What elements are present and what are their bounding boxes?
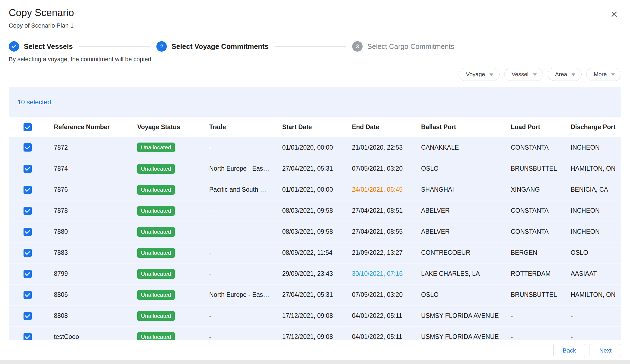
stepper-connector <box>79 46 150 47</box>
select-all-cell <box>9 117 54 137</box>
cell-voyage-status: Unallocated <box>137 158 209 179</box>
step-label: Select Voyage Commitments <box>171 42 269 51</box>
col-ballast-port: Ballast Port <box>421 117 511 137</box>
filter-label: More <box>594 71 607 78</box>
row-checkbox-cell <box>9 326 54 340</box>
step-label: Select Vessels <box>24 42 73 51</box>
select-all-checkbox[interactable] <box>24 123 32 131</box>
step-label: Select Cargo Commitments <box>367 42 454 51</box>
cell-end-date: 07/05/2021, 03:20 <box>352 284 421 305</box>
table-header-row: Reference Number Voyage Status Trade Sta… <box>9 117 621 137</box>
cell-ballast-port: ABELVER <box>421 221 511 242</box>
cell-trade: - <box>209 137 282 158</box>
row-checkbox[interactable] <box>24 228 32 236</box>
step-select-vessels[interactable]: Select Vessels <box>9 41 73 52</box>
table-row[interactable]: 7876UnallocatedPacific and South …01/01/… <box>9 179 621 200</box>
table-row[interactable]: 7874UnallocatedNorth Europe - Eas…27/04/… <box>9 158 621 179</box>
cell-reference-number: 7878 <box>54 200 137 221</box>
step-2-indicator: 2 <box>156 41 167 52</box>
stepper: Select Vessels 2 Select Voyage Commitmen… <box>0 41 630 52</box>
stepper-connector <box>275 46 346 47</box>
cell-reference-number: 7883 <box>54 242 137 263</box>
status-badge: Unallocated <box>137 248 175 258</box>
cell-ballast-port: SHANGHAI <box>421 179 511 200</box>
cell-discharge-port: BENICIA, CA <box>571 179 621 200</box>
cell-reference-number: 7880 <box>54 221 137 242</box>
cell-load-port: BRUNSBUTTEL <box>511 158 571 179</box>
cell-voyage-status: Unallocated <box>137 284 209 305</box>
table-row[interactable]: 7883Unallocated-08/09/2022, 11:5421/09/2… <box>9 242 621 263</box>
table-row[interactable]: testCoooUnallocated-17/12/2021, 09:0804/… <box>9 326 621 340</box>
cell-start-date: 27/04/2021, 05:31 <box>282 284 352 305</box>
cell-ballast-port: OSLO <box>421 284 511 305</box>
table-row[interactable]: 8808Unallocated-17/12/2021, 09:0804/01/2… <box>9 305 621 326</box>
cell-trade: - <box>209 200 282 221</box>
cell-reference-number: 8808 <box>54 305 137 326</box>
cell-end-date: 30/10/2021, 07:16 <box>352 263 421 284</box>
close-button[interactable] <box>608 8 620 20</box>
table-row[interactable]: 8806UnallocatedNorth Europe - Eas…27/04/… <box>9 284 621 305</box>
cell-start-date: 08/03/2021, 09:58 <box>282 221 352 242</box>
table-row[interactable]: 7878Unallocated-08/03/2021, 09:5827/04/2… <box>9 200 621 221</box>
col-reference-number: Reference Number <box>54 117 137 137</box>
step-select-voyage-commitments[interactable]: 2 Select Voyage Commitments <box>156 41 269 52</box>
row-checkbox-cell <box>9 284 54 305</box>
table-row[interactable]: 7872Unallocated-01/01/2020, 00:0021/01/2… <box>9 137 621 158</box>
col-trade: Trade <box>209 117 282 137</box>
step-completed-check-icon <box>9 41 19 52</box>
cell-start-date: 08/09/2022, 11:54 <box>282 242 352 263</box>
status-badge: Unallocated <box>137 311 175 321</box>
cell-end-date: 07/05/2021, 03:20 <box>352 158 421 179</box>
cell-voyage-status: Unallocated <box>137 326 209 340</box>
row-checkbox[interactable] <box>24 312 32 320</box>
row-checkbox[interactable] <box>24 333 32 341</box>
table-row[interactable]: 8799Unallocated-29/09/2021, 23:4330/10/2… <box>9 263 621 284</box>
row-checkbox-cell <box>9 200 54 221</box>
close-icon <box>610 15 619 19</box>
cell-end-date: 04/01/2022, 05:11 <box>352 305 421 326</box>
row-checkbox-cell <box>9 242 54 263</box>
cell-trade: Pacific and South … <box>209 179 282 200</box>
voyage-filter-button[interactable]: Voyage <box>459 68 500 81</box>
cell-end-date: 21/09/2022, 13:27 <box>352 242 421 263</box>
row-checkbox[interactable] <box>24 207 32 215</box>
row-checkbox[interactable] <box>24 270 32 278</box>
cell-start-date: 01/01/2020, 00:00 <box>282 137 352 158</box>
cell-ballast-port: ABELVER <box>421 200 511 221</box>
cell-voyage-status: Unallocated <box>137 305 209 326</box>
row-checkbox[interactable] <box>24 186 32 194</box>
row-checkbox-cell <box>9 221 54 242</box>
bottom-strip <box>0 360 630 364</box>
row-checkbox[interactable] <box>24 143 32 152</box>
vessel-filter-button[interactable]: Vessel <box>504 68 543 81</box>
area-filter-button[interactable]: Area <box>548 68 582 81</box>
cell-trade: North Europe - Eas… <box>209 284 282 305</box>
cell-load-port: CONSTANTA <box>511 137 571 158</box>
cell-start-date: 17/12/2021, 09:08 <box>282 326 352 340</box>
back-button[interactable]: Back <box>553 344 585 357</box>
voyage-commitments-table-card: 10 selected Reference Number Voyage Stat… <box>9 87 621 340</box>
col-load-port: Load Port <box>511 117 571 137</box>
cell-voyage-status: Unallocated <box>137 221 209 242</box>
more-filter-button[interactable]: More <box>586 68 621 81</box>
chevron-down-icon <box>489 73 493 76</box>
cell-discharge-port: INCHEON <box>571 221 621 242</box>
cell-discharge-port: AASIAAT <box>571 263 621 284</box>
cell-voyage-status: Unallocated <box>137 200 209 221</box>
step-3-indicator: 3 <box>352 41 363 52</box>
step-select-cargo-commitments[interactable]: 3 Select Cargo Commitments <box>352 41 454 52</box>
status-badge: Unallocated <box>137 332 175 341</box>
table-row[interactable]: 7880Unallocated-08/03/2021, 09:5827/04/2… <box>9 221 621 242</box>
next-button[interactable]: Next <box>590 344 621 357</box>
cell-end-date: 27/04/2021, 08:55 <box>352 221 421 242</box>
copy-scenario-modal: Copy Scenario Copy of Scenario Plan 1 Se… <box>0 0 630 364</box>
cell-start-date: 29/09/2021, 23:43 <box>282 263 352 284</box>
filter-label: Vessel <box>512 71 529 78</box>
row-checkbox[interactable] <box>24 291 32 299</box>
cell-load-port: XINGANG <box>511 179 571 200</box>
selected-count: 10 selected <box>9 87 621 117</box>
cell-reference-number: 7874 <box>54 158 137 179</box>
row-checkbox[interactable] <box>24 165 32 173</box>
title-block: Copy Scenario Copy of Scenario Plan 1 <box>9 7 74 29</box>
row-checkbox[interactable] <box>24 249 32 257</box>
